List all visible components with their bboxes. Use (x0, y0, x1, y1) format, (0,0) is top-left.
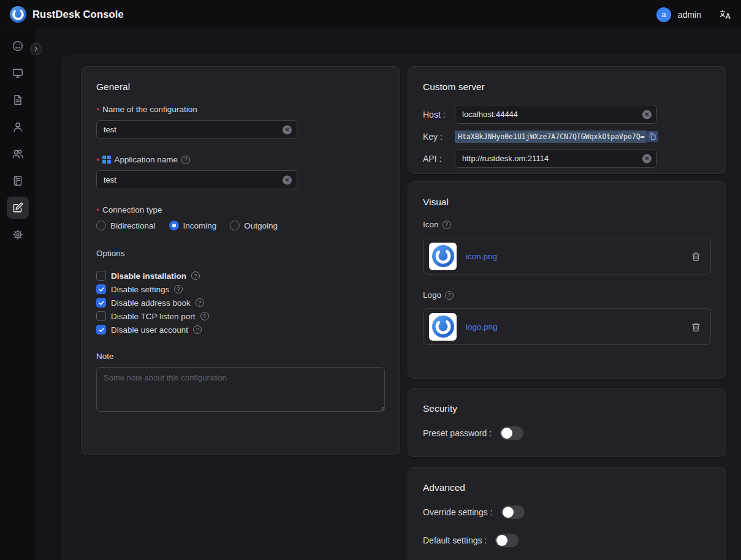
option-disable-user-account[interactable]: Disable user account ? (96, 323, 385, 336)
help-icon[interactable]: ? (181, 156, 190, 164)
override-settings-row: Override settings : (423, 505, 711, 519)
windows-icon (102, 156, 111, 164)
delete-icon-file-icon[interactable] (691, 251, 701, 262)
edit-icon (12, 202, 24, 214)
rustdesk-logo-icon (10, 6, 26, 23)
sidebar-item-audit[interactable] (7, 89, 29, 111)
checkbox-icon[interactable] (96, 298, 106, 308)
option-disable-address-book[interactable]: Disable address book ? (96, 296, 385, 309)
required-marker: * (96, 156, 99, 165)
checkbox-icon[interactable] (96, 271, 106, 281)
note-textarea[interactable] (96, 367, 385, 412)
help-icon[interactable]: ? (200, 312, 209, 320)
user-avatar[interactable]: a (656, 7, 671, 22)
sidebar-item-settings[interactable] (7, 224, 29, 246)
radio-incoming[interactable]: Incoming (169, 221, 217, 230)
logo-label: Logo ? (423, 290, 711, 300)
security-card: Security Preset password : (408, 388, 726, 457)
logo-thumbnail (429, 313, 457, 341)
username[interactable]: admin (678, 10, 701, 20)
radio-icon[interactable] (230, 221, 240, 230)
option-label: Disable user account (111, 325, 188, 335)
application-name-input[interactable] (96, 170, 297, 189)
option-disable-settings[interactable]: Disable settings ? (96, 282, 385, 296)
app-title: RustDesk Console (32, 9, 124, 20)
icon-file-link[interactable]: icon.png (466, 252, 497, 261)
required-marker: * (96, 206, 99, 216)
delete-logo-file-icon[interactable] (691, 322, 701, 332)
clear-input-icon[interactable]: ✕ (642, 110, 652, 119)
override-settings-label: Override settings : (423, 507, 493, 517)
copy-key-icon[interactable] (647, 131, 658, 142)
connection-type-group: Bidirectional Incoming Outgoing (96, 221, 385, 230)
clear-input-icon[interactable]: ✕ (283, 175, 292, 184)
logo-file-link[interactable]: logo.png (466, 322, 498, 331)
option-label: Disable address book (111, 298, 191, 308)
rustdesk-console-app: RustDesk Console a admin (0, 0, 741, 560)
api-input[interactable] (455, 149, 657, 168)
clear-input-icon[interactable]: ✕ (642, 154, 652, 163)
override-settings-toggle[interactable] (501, 505, 525, 519)
logo-file-box: logo.png (423, 308, 711, 345)
radio-icon[interactable] (169, 221, 179, 230)
option-disable-tcp-listen-port[interactable]: Disable TCP listen port ? (96, 309, 385, 323)
sidebar-item-users[interactable] (7, 116, 29, 138)
sidebar-item-dashboard[interactable] (7, 35, 29, 57)
host-input[interactable] (455, 105, 657, 124)
options-label: Options (96, 249, 385, 258)
icon-label: Icon ? (423, 220, 711, 229)
clear-input-icon[interactable]: ✕ (283, 125, 292, 134)
users-icon (12, 148, 24, 160)
application-name-label: * Application name ? (96, 155, 385, 164)
gear-icon (12, 229, 24, 241)
radio-icon[interactable] (96, 221, 106, 230)
key-row: Key : HtaXBkJNHyn0e1U1jWXze7A7CN7QTGWqxk… (423, 127, 711, 146)
help-icon[interactable]: ? (193, 325, 202, 334)
host-label: Host : (423, 110, 455, 119)
preset-password-row: Preset password : (423, 426, 711, 440)
api-row: API : ✕ (423, 149, 711, 168)
sidebar-expand-button[interactable] (30, 43, 42, 55)
help-icon[interactable]: ? (443, 221, 451, 229)
radio-bidirectional[interactable]: Bidirectional (96, 221, 156, 230)
custom-server-card: Custom server Host : ✕ Key : HtaXBkJNHyn… (408, 66, 726, 174)
radio-label: Outgoing (244, 221, 278, 230)
server-key-value: HtaXBkJNHyn0e1U1jWXze7A7CN7QTGWqxkOtpaVp… (455, 131, 647, 143)
default-settings-row: Default settings : (423, 534, 711, 547)
language-switch-icon[interactable] (719, 9, 731, 21)
sidebar-item-groups[interactable] (7, 143, 29, 165)
host-row: Host : ✕ (423, 105, 711, 124)
security-title: Security (423, 403, 711, 414)
sidebar-item-devices[interactable] (7, 62, 29, 84)
advanced-title: Advanced (423, 482, 711, 493)
sidebar-item-logs[interactable] (7, 170, 29, 192)
preset-password-label: Preset password : (423, 428, 492, 438)
key-label: Key : (423, 132, 455, 142)
required-marker: * (96, 106, 99, 115)
sidebar-item-custom-clients[interactable] (7, 197, 29, 219)
config-name-input[interactable] (96, 120, 297, 139)
smiley-icon (12, 40, 24, 52)
help-icon[interactable]: ? (445, 291, 454, 300)
visual-card: Visual Icon ? icon.png (408, 181, 726, 379)
checkbox-icon[interactable] (96, 325, 106, 335)
option-disable-installation[interactable]: Disable installation ? (96, 269, 385, 282)
help-icon[interactable]: ? (196, 298, 204, 307)
icon-thumbnail (429, 243, 457, 270)
help-icon[interactable]: ? (191, 271, 200, 280)
topbar: RustDesk Console a admin (0, 0, 741, 29)
help-icon[interactable]: ? (174, 285, 183, 293)
checkbox-icon[interactable] (96, 311, 106, 321)
radio-outgoing[interactable]: Outgoing (230, 221, 278, 230)
radio-label: Bidirectional (110, 221, 156, 230)
icon-file-box: icon.png (423, 238, 711, 274)
checkbox-icon[interactable] (96, 284, 106, 294)
preset-password-toggle[interactable] (500, 426, 523, 440)
chevron-right-icon (33, 46, 39, 52)
default-settings-toggle[interactable] (495, 534, 519, 547)
api-label: API : (423, 154, 455, 164)
sidebar (0, 29, 36, 560)
option-label: Disable settings (111, 285, 169, 294)
document-icon (12, 94, 24, 106)
default-settings-label: Default settings : (423, 535, 487, 545)
